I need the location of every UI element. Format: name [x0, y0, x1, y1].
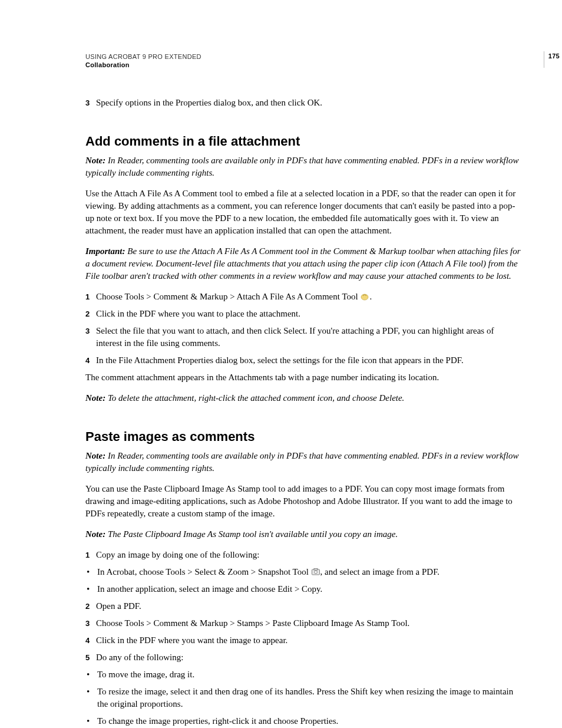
bullet-icon: • [85, 668, 97, 681]
heading-add-comments-attachment: Add comments in a file attachment [85, 133, 521, 151]
list-item: • In another application, select an imag… [85, 583, 521, 595]
note-text: To delete the attachment, right-click th… [105, 393, 404, 403]
svg-rect-2 [314, 568, 318, 570]
note-text: In Reader, commenting tools are availabl… [85, 451, 518, 473]
bullet-text-segment: In Acrobat, choose Tools > Select & Zoom… [97, 567, 311, 577]
list-item: • In Acrobat, choose Tools > Select & Zo… [85, 566, 521, 578]
list-item: 1 Copy an image by doing one of the foll… [85, 549, 521, 561]
bullet-text: In another application, select an image … [97, 583, 521, 595]
svg-point-3 [314, 571, 317, 574]
step-number: 5 [85, 651, 96, 664]
list-item: • To move the image, drag it. [85, 668, 521, 681]
list-item: • To change the image properties, right-… [85, 715, 521, 727]
list-item: 3 Select the file that you want to attac… [85, 325, 521, 350]
bullet-text: In Acrobat, choose Tools > Select & Zoom… [97, 566, 521, 578]
step-text: Choose Tools > Comment & Markup > Attach… [96, 291, 521, 303]
paragraph: The comment attachment appears in the At… [85, 371, 521, 384]
step-number: 1 [85, 549, 96, 561]
note-paste-availability: Note: The Paste Clipboard Image As Stamp… [85, 528, 521, 541]
step-text: Choose Tools > Comment & Markup > Stamps… [96, 617, 521, 630]
list-item: 5 Do any of the following: [85, 651, 521, 664]
paragraph: Use the Attach A File As A Comment tool … [85, 187, 521, 237]
step-text-segment: . [369, 292, 372, 301]
page-header: USING ACROBAT 9 PRO EXTENDED Collaborati… [85, 53, 521, 68]
document-page: USING ACROBAT 9 PRO EXTENDED Collaborati… [0, 0, 562, 728]
step-text: Click in the PDF where you want the imag… [96, 634, 521, 647]
bullet-icon: • [85, 566, 97, 578]
page-number: 175 [548, 52, 560, 60]
bullet-icon: • [85, 715, 97, 727]
list-item: 4 Click in the PDF where you want the im… [85, 634, 521, 647]
step-text: Open a PDF. [96, 600, 521, 612]
note-text: In Reader, commenting tools are availabl… [85, 156, 518, 177]
snapshot-tool-icon [311, 567, 320, 575]
section-name: Collaboration [85, 61, 521, 68]
bullet-text-segment: , and select an image from a PDF. [320, 567, 440, 577]
step-text: In the File Attachment Properties dialog… [96, 354, 521, 367]
note-delete-attachment: Note: To delete the attachment, right-cl… [85, 392, 521, 404]
step-text: Click in the PDF where you want to place… [96, 308, 521, 320]
note-label: Note: [85, 529, 105, 539]
step-number: 1 [85, 291, 96, 303]
bullet-text: To resize the image, select it and then … [97, 686, 521, 710]
step-number: 2 [85, 600, 96, 612]
attach-file-comment-icon [360, 292, 369, 300]
step-text: Specify options in the Properties dialog… [96, 97, 521, 109]
bullet-text: To move the image, drag it. [97, 668, 521, 681]
important-text: Be sure to use the Attach A File As A Co… [85, 246, 521, 281]
list-item: 4 In the File Attachment Properties dial… [85, 354, 521, 367]
step-number: 4 [85, 634, 96, 647]
step-text-segment: Choose Tools > Comment & Markup > Attach… [96, 292, 360, 301]
note-reader-commenting-2: Note: In Reader, commenting tools are av… [85, 450, 521, 475]
important-note: Important: Be sure to use the Attach A F… [85, 245, 521, 282]
list-item: 1 Choose Tools > Comment & Markup > Atta… [85, 291, 521, 303]
bullet-text: To change the image properties, right-cl… [97, 715, 521, 727]
note-label: Note: [85, 156, 105, 165]
list-item: 3 Specify options in the Properties dial… [85, 97, 521, 109]
important-label: Important: [85, 246, 125, 256]
step-number: 4 [85, 354, 96, 367]
header-divider [544, 51, 544, 68]
heading-paste-images-comments: Paste images as comments [85, 428, 521, 446]
note-label: Note: [85, 393, 105, 403]
list-item: 3 Choose Tools > Comment & Markup > Stam… [85, 617, 521, 630]
step-number: 2 [85, 308, 96, 320]
list-item: • To resize the image, select it and the… [85, 686, 521, 710]
body-content: 3 Specify options in the Properties dial… [85, 97, 521, 728]
bullet-icon: • [85, 686, 97, 710]
list-item: 2 Open a PDF. [85, 600, 521, 612]
note-text: The Paste Clipboard Image As Stamp tool … [105, 529, 398, 539]
step-number: 3 [85, 325, 96, 350]
note-label: Note: [85, 451, 105, 460]
note-reader-commenting-1: Note: In Reader, commenting tools are av… [85, 154, 521, 179]
step-number: 3 [85, 617, 96, 630]
list-item: 2 Click in the PDF where you want to pla… [85, 308, 521, 320]
step-text: Select the file that you want to attach,… [96, 325, 521, 350]
step-number: 3 [85, 97, 96, 109]
step-text: Copy an image by doing one of the follow… [96, 549, 521, 561]
paragraph: You can use the Paste Clipboard Image As… [85, 483, 521, 520]
bullet-icon: • [85, 583, 97, 595]
step-text: Do any of the following: [96, 651, 521, 664]
running-title: USING ACROBAT 9 PRO EXTENDED [85, 53, 521, 60]
